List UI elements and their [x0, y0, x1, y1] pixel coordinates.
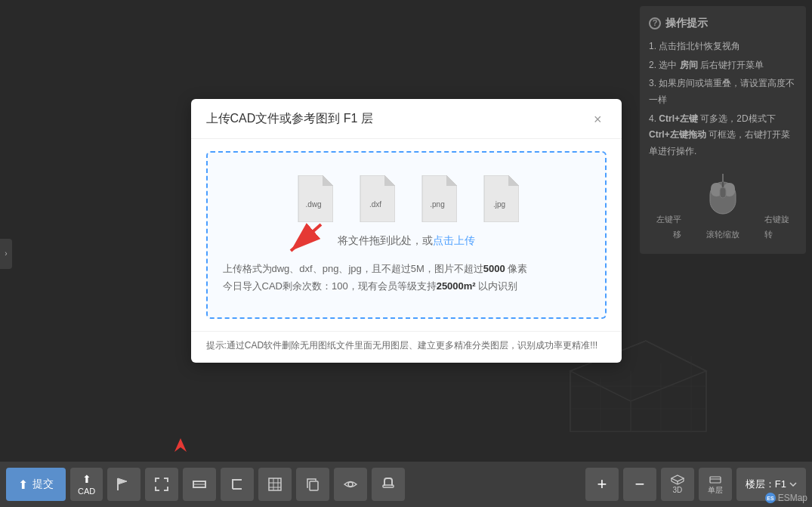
eye-button[interactable] — [334, 468, 367, 501]
3d-cube-icon — [671, 475, 684, 485]
cad-label: CAD — [78, 487, 95, 496]
flag-icon — [116, 477, 131, 492]
grid-icon — [267, 477, 283, 492]
single-layer-button[interactable]: 单层 — [699, 468, 732, 501]
corner-button[interactable] — [221, 468, 254, 501]
svg-text:.png: .png — [430, 200, 444, 209]
jpg-icon-item: .jpg — [480, 175, 519, 222]
flag-button[interactable] — [107, 468, 140, 501]
svg-marker-22 — [174, 438, 187, 452]
floor-dropdown-icon — [789, 482, 797, 487]
3d-view-button[interactable]: 3D — [661, 468, 694, 501]
submit-label: 提交 — [32, 478, 54, 491]
submit-button[interactable]: ⬆ 提交 — [6, 468, 66, 501]
zoom-out-button[interactable]: − — [623, 468, 656, 501]
floor-label: 楼层：F1 — [746, 478, 786, 491]
wall-icon — [192, 477, 207, 492]
copy-button[interactable] — [296, 468, 329, 501]
submit-icon: ⬆ — [18, 478, 28, 492]
upload-arrow-indicator — [279, 217, 325, 265]
upload-info-line2: 今日导入CAD剩余次数：100，现有会员等级支持25000m² 以内识别 — [223, 277, 590, 295]
esmap-text: ESMap — [778, 493, 807, 503]
single-layer-label: 单层 — [708, 485, 723, 496]
layer-icon — [709, 474, 722, 484]
bottom-toolbar: ⬆ 提交 ⬆ CAD — [0, 462, 812, 507]
svg-rect-28 — [269, 478, 281, 490]
fullscreen-icon — [154, 477, 169, 492]
3d-label: 3D — [672, 486, 682, 494]
cad-button-arrow — [171, 437, 190, 458]
cad-button[interactable]: ⬆ CAD — [70, 468, 103, 501]
svg-text:.dxf: .dxf — [369, 200, 381, 209]
modal-footer: 提示:通过CAD软件删除无用图纸文件里面无用图层、建立更多精准分类图层，识别成功… — [191, 331, 622, 363]
svg-text:.dwg: .dwg — [305, 200, 321, 209]
zoom-in-button[interactable]: + — [585, 468, 619, 501]
upload-drag-text: 将文件拖到此处，或点击上传 — [223, 234, 590, 248]
file-type-icons: .dwg .dxf — [223, 175, 590, 222]
svg-rect-35 — [383, 485, 394, 487]
svg-point-34 — [348, 482, 353, 487]
dwg-file-icon: .dwg — [294, 175, 333, 222]
png-file-icon: .png — [418, 175, 457, 222]
svg-marker-23 — [118, 478, 127, 484]
svg-rect-33 — [310, 481, 318, 490]
modal-header: 上传CAD文件或参考图到 F1 层 × — [191, 99, 622, 139]
fullscreen-button[interactable] — [145, 468, 178, 501]
upload-modal: 上传CAD文件或参考图到 F1 层 × .dwg — [191, 99, 622, 363]
grid-button[interactable] — [258, 468, 292, 501]
modal-body: .dwg .dxf — [191, 139, 622, 332]
esmap-logo: ES ESMap — [764, 492, 807, 504]
svg-text:.jpg: .jpg — [492, 200, 505, 209]
svg-line-21 — [291, 224, 321, 251]
modal-overlay: 上传CAD文件或参考图到 F1 层 × .dwg — [0, 0, 812, 462]
cad-arrow-icon — [171, 437, 190, 455]
upload-zone[interactable]: .dwg .dxf — [206, 151, 607, 320]
red-arrow-icon — [279, 217, 325, 262]
cad-upload-icon: ⬆ — [82, 473, 91, 485]
link-button[interactable] — [372, 468, 405, 501]
svg-text:ES: ES — [767, 496, 774, 501]
jpg-file-icon: .jpg — [480, 175, 519, 222]
dxf-icon-item: .dxf — [356, 175, 395, 222]
modal-close-button[interactable]: × — [589, 111, 607, 128]
svg-rect-42 — [710, 477, 721, 483]
svg-marker-36 — [672, 475, 684, 481]
upload-info: 上传格式为dwg、dxf、png、jpg，且不超过5M，图片不超过5000 像素… — [223, 260, 590, 295]
eye-icon — [343, 477, 358, 492]
png-icon-item: .png — [418, 175, 457, 222]
svg-line-40 — [672, 481, 678, 484]
wall-button[interactable] — [183, 468, 216, 501]
corner-icon — [230, 477, 245, 492]
svg-line-41 — [678, 481, 684, 484]
upload-info-line1: 上传格式为dwg、dxf、png、jpg，且不超过5M，图片不超过5000 像素 — [223, 260, 590, 277]
esmap-logo-icon: ES — [764, 492, 776, 504]
modal-title: 上传CAD文件或参考图到 F1 层 — [206, 111, 373, 127]
dxf-file-icon: .dxf — [356, 175, 395, 222]
dwg-icon-item: .dwg — [294, 175, 333, 222]
copy-icon — [305, 477, 320, 492]
upload-click-link[interactable]: 点击上传 — [433, 234, 475, 246]
link-icon — [381, 477, 396, 492]
